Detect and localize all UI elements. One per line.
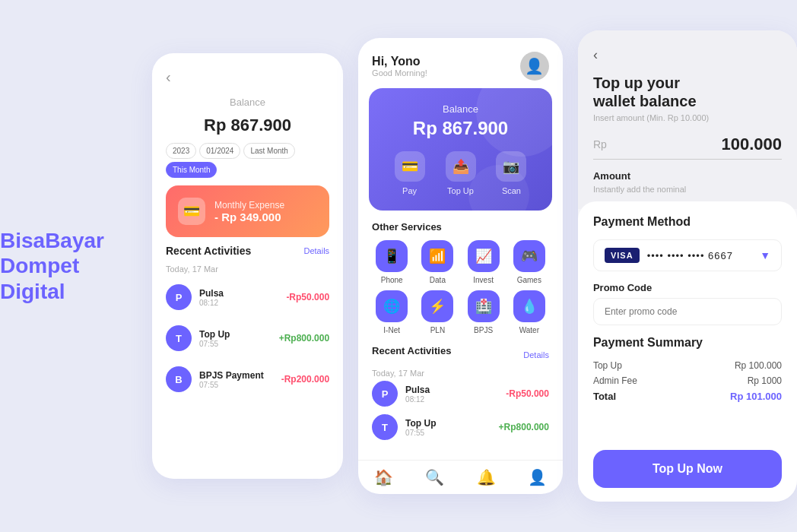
bpjs-label: BPJS <box>474 326 493 334</box>
card2-header: Hi, Yono Good Morning! 👤 <box>358 38 563 88</box>
activity-avatar-p: P <box>166 284 192 310</box>
card2-body: Other Services 📱 Phone 📶 Data 📈 Invest 🎮… <box>358 211 563 460</box>
games-icon: 🎮 <box>513 240 545 272</box>
topup-icon: 📤 <box>446 151 476 182</box>
activity-item-bpjs: B BPJS Payment 07:55 -Rp200.000 <box>166 366 329 392</box>
amount-value: 100.000 <box>721 135 782 154</box>
card2-date: Today, 17 Mar <box>372 369 549 378</box>
card1-wallet: ‹ Balance Rp 867.900 2023 01/2024 Last M… <box>152 53 343 479</box>
filter-2023[interactable]: 2023 <box>166 143 196 159</box>
recent-title: Recent Activities <box>166 245 251 257</box>
water-label: Water <box>519 326 539 334</box>
card-number: •••• •••• •••• 6667 <box>647 250 733 261</box>
date-label: Today, 17 Mar <box>166 264 329 274</box>
banner-action-scan[interactable]: 📷 Scan <box>496 151 526 195</box>
balance-banner: Balance Rp 867.900 💳 Pay 📤 Top Up 📷 Scan <box>369 88 552 211</box>
activity-amount-topup: +Rp800.000 <box>279 333 329 344</box>
summary-title: Payment Summary <box>593 336 782 350</box>
monthly-expense-card: 💳 Monthly Expense - Rp 349.000 <box>166 185 329 237</box>
inet-label: I-Net <box>383 326 400 334</box>
summary-admin-label: Admin Fee <box>593 375 637 386</box>
service-bpjs[interactable]: 🏥 BPJS <box>464 290 503 334</box>
card2-time-topup: 07:55 <box>405 429 491 437</box>
activity-amount-pulsa: -Rp50.000 <box>286 292 329 302</box>
service-invest[interactable]: 📈 Invest <box>464 240 503 284</box>
card2-info-topup: Top Up 07:55 <box>405 418 491 437</box>
card2-info-pulsa: Pulsa 08:12 <box>405 385 498 404</box>
recent-activities-header: Recent Activities Details <box>166 245 329 257</box>
card2-time-pulsa: 08:12 <box>405 395 498 404</box>
activity-time-bpjs: 07:55 <box>199 381 274 389</box>
user-avatar: 👤 <box>520 52 549 81</box>
summary-row-admin: Admin Fee Rp 1000 <box>593 375 782 386</box>
card2-amount-topup: +Rp800.000 <box>499 422 549 432</box>
phone-label: Phone <box>381 276 403 284</box>
activity-name-bpjs: BPJS Payment <box>199 370 274 381</box>
filter-this-month[interactable]: This Month <box>166 162 217 178</box>
card1-balance-label: Balance <box>166 97 329 108</box>
promo-input[interactable] <box>593 298 782 325</box>
greeting-sub: Good Morning! <box>372 68 427 78</box>
card2-name-pulsa: Pulsa <box>405 385 498 395</box>
dropdown-arrow-icon: ▼ <box>760 249 770 261</box>
data-icon: 📶 <box>421 240 453 272</box>
expense-label: Monthly Expense <box>214 200 284 211</box>
nav-bell[interactable]: 🔔 <box>477 468 496 486</box>
banner-balance-amount: Rp 867.900 <box>384 118 537 139</box>
card2-avatar-p: P <box>372 381 398 407</box>
pln-label: PLN <box>430 326 445 334</box>
pay-label: Pay <box>402 186 417 195</box>
card1-filters: 2023 01/2024 Last Month This Month <box>166 143 329 178</box>
card2-avatar-t: T <box>372 414 398 440</box>
filter-last-month[interactable]: Last Month <box>243 143 294 159</box>
invest-label: Invest <box>473 276 494 284</box>
details-link[interactable]: Details <box>303 246 329 255</box>
service-games[interactable]: 🎮 Games <box>510 240 549 284</box>
activity-info-bpjs: BPJS Payment 07:55 <box>199 370 274 389</box>
topup-now-button[interactable]: Top Up Now <box>593 450 782 488</box>
activity-info-pulsa: Pulsa 08:12 <box>199 288 278 307</box>
phone-icon: 📱 <box>376 240 408 272</box>
card3-body: Payment Method VISA •••• •••• •••• 6667 … <box>578 201 797 502</box>
activity-avatar-t: T <box>166 325 192 351</box>
summary-rows: Top Up Rp 100.000 Admin Fee Rp 1000 Tota… <box>593 360 782 407</box>
service-phone[interactable]: 📱 Phone <box>372 240 411 284</box>
summary-row-total: Total Rp 101.000 <box>593 391 782 402</box>
banner-balance-label: Balance <box>384 103 537 115</box>
nav-search[interactable]: 🔍 <box>425 468 444 486</box>
payment-method-row[interactable]: VISA •••• •••• •••• 6667 ▼ <box>593 239 782 271</box>
topup-title: Top up your wallet balance <box>593 74 782 110</box>
service-pln[interactable]: ⚡ PLN <box>418 290 457 334</box>
branding: BisaBayar Dompet Digital <box>0 228 137 305</box>
activity-amount-bpjs: -Rp200.000 <box>281 374 329 385</box>
card2-activity-topup: T Top Up 07:55 +Rp800.000 <box>372 414 549 440</box>
service-data[interactable]: 📶 Data <box>418 240 457 284</box>
service-inet[interactable]: 🌐 I-Net <box>372 290 411 334</box>
inet-icon: 🌐 <box>376 290 408 322</box>
card2-main: Hi, Yono Good Morning! 👤 Balance Rp 867.… <box>358 38 563 494</box>
banner-action-pay[interactable]: 💳 Pay <box>395 151 425 195</box>
nav-profile[interactable]: 👤 <box>528 468 547 486</box>
activity-time: 08:12 <box>199 299 278 307</box>
scan-label: Scan <box>502 186 521 195</box>
recent-activities-title-card2: Recent Activities <box>372 345 451 356</box>
nav-home[interactable]: 🏠 <box>374 468 393 486</box>
activity-avatar-b: B <box>166 366 192 392</box>
summary-topup-value: Rp 100.000 <box>735 360 782 371</box>
card1-back-button[interactable]: ‹ <box>166 68 329 86</box>
activity-name: Pulsa <box>199 288 278 299</box>
branding-title: BisaBayar Dompet Digital <box>0 228 137 305</box>
details-link-card2[interactable]: Details <box>523 350 549 359</box>
banner-action-topup[interactable]: 📤 Top Up <box>446 151 476 195</box>
currency-label: Rp <box>593 138 607 150</box>
service-water[interactable]: 💧 Water <box>510 290 549 334</box>
banner-actions: 💳 Pay 📤 Top Up 📷 Scan <box>384 151 537 195</box>
topup-subtitle: Insert amount (Min. Rp 10.000) <box>593 113 782 122</box>
card2-activity-pulsa: P Pulsa 08:12 -Rp50.000 <box>372 381 549 407</box>
summary-admin-value: Rp 1000 <box>748 375 782 386</box>
card3-back-button[interactable]: ‹ <box>593 47 782 63</box>
filter-01-2024[interactable]: 01/2024 <box>199 143 240 159</box>
expense-amount: - Rp 349.000 <box>214 211 284 223</box>
card1-balance-amount: Rp 867.900 <box>166 116 329 135</box>
bottom-nav: 🏠 🔍 🔔 👤 <box>358 460 563 494</box>
